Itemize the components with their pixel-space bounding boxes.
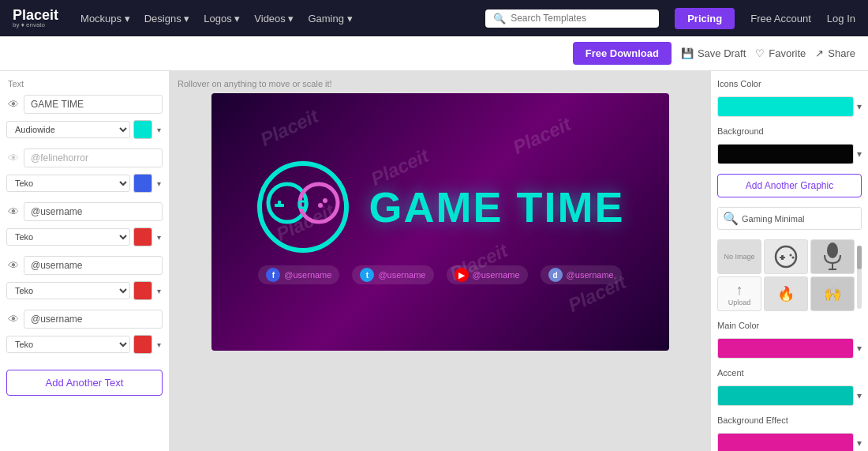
social-text-2: @username bbox=[378, 270, 425, 280]
nav-videos[interactable]: Videos ▾ bbox=[254, 13, 294, 24]
bg-effect-color-bar[interactable] bbox=[717, 433, 854, 451]
free-download-button[interactable]: Free Download bbox=[573, 42, 672, 65]
right-panel: Icons Color ▾ Background ▾ Add Another G… bbox=[710, 71, 868, 451]
svg-point-12 bbox=[792, 257, 795, 259]
add-another-graphic-button[interactable]: Add Another Graphic bbox=[717, 174, 862, 197]
canvas-preview[interactable]: Placeit Placeit Placeit Placeit Placeit … bbox=[211, 93, 669, 351]
accent-color-bar[interactable] bbox=[717, 385, 854, 406]
visibility-toggle-3[interactable]: 👁 bbox=[6, 204, 21, 220]
social-text-1: @username bbox=[284, 270, 331, 280]
font-row-5: Teko ▾ bbox=[6, 335, 163, 354]
navbar: Placeit by ♦ envato Mockups ▾ Designs ▾ … bbox=[0, 0, 868, 36]
background-color-arrow[interactable]: ▾ bbox=[857, 148, 862, 160]
thumbnail-fire[interactable]: 🔥 bbox=[764, 276, 808, 311]
visibility-toggle-5[interactable]: 👁 bbox=[6, 311, 21, 327]
text-field-2[interactable] bbox=[24, 148, 163, 167]
login-button[interactable]: Log In bbox=[827, 13, 855, 24]
free-account-button[interactable]: Free Account bbox=[750, 13, 811, 24]
share-button[interactable]: ↗ Share bbox=[815, 47, 855, 59]
color-swatch-2[interactable] bbox=[133, 174, 152, 193]
font-row-2: Teko ▾ bbox=[6, 174, 163, 193]
scroll-track[interactable] bbox=[857, 246, 862, 309]
background-color-bar[interactable] bbox=[717, 144, 854, 164]
text-field-5[interactable] bbox=[24, 310, 163, 329]
font-select-3[interactable]: Teko bbox=[6, 228, 130, 246]
watermark: Placeit bbox=[256, 105, 321, 151]
preview-content: GAME TIME bbox=[256, 160, 625, 254]
scroll-thumb[interactable] bbox=[857, 246, 862, 269]
gamepad-icon bbox=[772, 245, 800, 269]
main-color-label: Main Color bbox=[717, 321, 862, 330]
main-layout: Text 👁 Audiowide ▾ 👁 Teko ▾ 👁 bbox=[0, 71, 868, 451]
thumbnail-microphone[interactable] bbox=[810, 239, 855, 274]
svg-rect-7 bbox=[299, 201, 307, 208]
text-field-4[interactable] bbox=[24, 256, 163, 275]
bg-effect-color-arrow[interactable]: ▾ bbox=[857, 438, 862, 449]
icons-color-bar[interactable] bbox=[717, 96, 854, 117]
visibility-toggle-2[interactable]: 👁 bbox=[6, 150, 21, 166]
color-arrow-5[interactable]: ▾ bbox=[155, 340, 163, 349]
social-text-3: @username bbox=[473, 270, 520, 280]
thumbnail-gamepad[interactable] bbox=[764, 239, 808, 274]
thumbnails-grid: No Image bbox=[717, 239, 855, 311]
font-select-5[interactable]: Teko bbox=[6, 336, 130, 353]
color-swatch-5[interactable] bbox=[133, 335, 152, 354]
text-entry-2: 👁 bbox=[6, 148, 163, 167]
main-color-arrow[interactable]: ▾ bbox=[857, 343, 862, 354]
color-swatch-1[interactable] bbox=[133, 120, 152, 139]
save-draft-icon: 💾 bbox=[681, 47, 694, 59]
search-graphic-icon: 🔍 bbox=[723, 211, 739, 226]
toolbar: Free Download 💾 Save Draft ♡ Favorite ↗ … bbox=[0, 36, 868, 71]
nav-logos[interactable]: Logos ▾ bbox=[204, 13, 240, 24]
pricing-button[interactable]: Pricing bbox=[675, 8, 735, 29]
watermark: Placeit bbox=[509, 113, 574, 159]
svg-rect-4 bbox=[275, 204, 284, 207]
color-swatch-3[interactable] bbox=[133, 227, 152, 246]
add-another-text-button[interactable]: Add Another Text bbox=[6, 370, 163, 396]
visibility-toggle-4[interactable]: 👁 bbox=[6, 257, 21, 273]
font-select-2[interactable]: Teko bbox=[6, 175, 130, 192]
heart-icon: ♡ bbox=[755, 47, 765, 59]
game-logo-graphic bbox=[256, 160, 350, 254]
bg-effect-color-row: ▾ bbox=[717, 433, 862, 451]
nav-gaming[interactable]: Gaming ▾ bbox=[308, 13, 352, 24]
graphic-search-row[interactable]: 🔍 bbox=[717, 207, 862, 230]
icons-color-label: Icons Color bbox=[717, 79, 862, 88]
thumbnail-no-image[interactable]: No Image bbox=[717, 239, 761, 274]
search-bar[interactable]: 🔍 bbox=[485, 9, 659, 28]
visibility-toggle-1[interactable]: 👁 bbox=[6, 96, 21, 112]
background-color-row: ▾ bbox=[717, 144, 862, 164]
save-draft-button[interactable]: 💾 Save Draft bbox=[681, 47, 746, 59]
graphic-search-input[interactable] bbox=[742, 214, 856, 224]
mic-icon bbox=[821, 241, 844, 272]
search-input[interactable] bbox=[511, 13, 651, 24]
text-field-1[interactable] bbox=[24, 95, 163, 114]
nav-mockups[interactable]: Mockups ▾ bbox=[80, 13, 130, 24]
thumbnail-hands[interactable]: 🙌 bbox=[810, 276, 855, 311]
text-entry-5: 👁 bbox=[6, 310, 163, 329]
twitter-icon: t bbox=[360, 268, 374, 282]
color-arrow-3[interactable]: ▾ bbox=[155, 233, 163, 242]
font-select-1[interactable]: Audiowide bbox=[6, 121, 130, 138]
search-icon: 🔍 bbox=[493, 13, 506, 24]
text-field-3[interactable] bbox=[24, 202, 163, 221]
accent-label: Accent bbox=[717, 368, 862, 378]
color-arrow-2[interactable]: ▾ bbox=[155, 179, 163, 188]
main-color-bar[interactable] bbox=[717, 338, 854, 359]
share-icon: ↗ bbox=[815, 47, 824, 59]
thumbnails-container: No Image bbox=[717, 239, 862, 314]
canvas-hint: Rollover on anything to move or scale it… bbox=[178, 79, 332, 88]
color-arrow-1[interactable]: ▾ bbox=[155, 126, 163, 134]
font-select-4[interactable]: Teko bbox=[6, 282, 130, 299]
upload-button[interactable]: ↑ Upload bbox=[717, 276, 761, 311]
accent-color-arrow[interactable]: ▾ bbox=[857, 390, 862, 401]
logo-text: Placeit bbox=[13, 8, 58, 22]
color-swatch-4[interactable] bbox=[133, 281, 152, 300]
font-row-4: Teko ▾ bbox=[6, 281, 163, 300]
favorite-button[interactable]: ♡ Favorite bbox=[755, 47, 806, 59]
accent-color-row: ▾ bbox=[717, 385, 862, 406]
facebook-icon: f bbox=[266, 268, 280, 282]
color-arrow-4[interactable]: ▾ bbox=[155, 287, 163, 295]
icons-color-arrow[interactable]: ▾ bbox=[857, 101, 862, 112]
nav-designs[interactable]: Designs ▾ bbox=[144, 13, 190, 24]
